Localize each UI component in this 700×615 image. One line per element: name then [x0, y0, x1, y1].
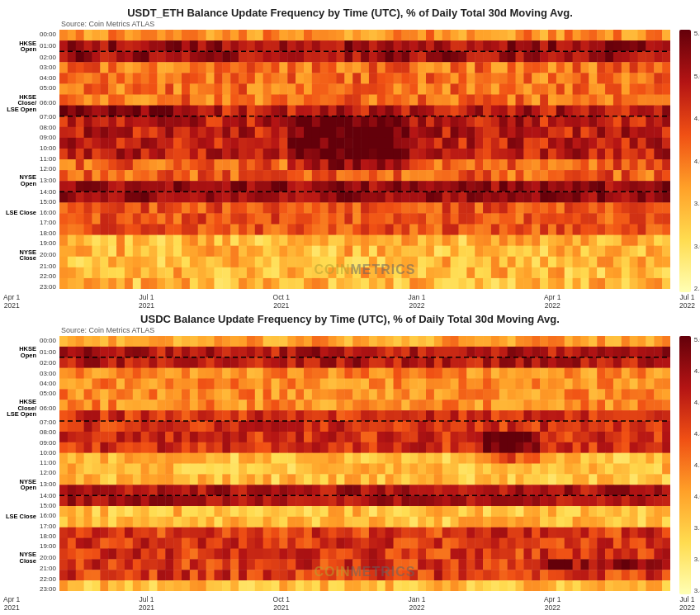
y-row: 07:00: [3, 418, 56, 428]
chart1-heatmap: COINMETRICS: [59, 30, 670, 292]
chart2-colorbar-gradient: [679, 336, 691, 594]
y-row: HKSE Close/ LSE Open06:00: [3, 399, 56, 418]
colorbar-label: 4.2%: [694, 461, 700, 469]
chart1-body: 00:00HKSE Open01:0002:0003:0004:0005:00H…: [3, 30, 697, 292]
y-row: 11:00: [3, 458, 56, 468]
x-label-year: 2021: [273, 301, 289, 310]
y-row: 19:00: [3, 239, 56, 249]
market-label: NYSE Close: [3, 249, 36, 262]
y-row: 18:00: [3, 532, 56, 542]
chart2-source: Source: Coin Metrics ATLAS: [61, 326, 697, 334]
x-label-date: Jul 1: [680, 595, 695, 603]
y-row: 04:00: [3, 73, 56, 84]
market-label: NYSE Open: [3, 479, 36, 491]
hour-label: 18:00: [40, 533, 56, 540]
hour-label: 22:00: [40, 576, 56, 583]
y-row: 21:00: [3, 262, 56, 272]
y-row: 23:00: [3, 584, 56, 594]
colorbar-label: 4.5%: [694, 115, 700, 122]
colorbar-label: 4.8%: [694, 367, 700, 375]
x-label-year: 2021: [139, 603, 154, 612]
y-row: 22:00: [3, 575, 56, 584]
colorbar-label: 5.5%: [694, 30, 700, 37]
hour-label: 16:00: [40, 513, 56, 519]
hour-label: 20:00: [40, 252, 56, 258]
x-label-group: Jul 12021: [139, 595, 154, 612]
hour-label: 04:00: [40, 381, 56, 387]
hour-label: 10:00: [40, 450, 56, 457]
market-label: HKSE Open: [3, 40, 36, 53]
chart1-colorbar-gradient: [679, 30, 691, 292]
x-label-year: 2021: [4, 603, 20, 612]
x-label-group: Apr 12021: [3, 293, 20, 310]
x-label-group: Jan 12022: [409, 293, 426, 310]
hour-label: 23:00: [40, 284, 56, 291]
hour-label: 07:00: [40, 419, 56, 426]
hour-label: 05:00: [40, 85, 56, 92]
hour-label: 17:00: [40, 220, 56, 226]
hour-label: 11:00: [40, 460, 56, 466]
chart2-body: 00:00HKSE Open01:0002:0003:0004:0005:00H…: [3, 336, 697, 594]
market-label: HKSE Open: [3, 346, 36, 358]
x-label-year: 2021: [273, 603, 289, 612]
colorbar-label: 5.0%: [694, 73, 700, 80]
x-label-group: Apr 12022: [544, 293, 560, 310]
x-label-date: Apr 1: [3, 595, 20, 603]
y-row: 03:00: [3, 63, 56, 73]
x-label-group: Jul 12021: [139, 293, 154, 310]
x-label-date: Apr 1: [544, 293, 560, 301]
hour-label: 08:00: [40, 125, 56, 131]
chart2-colorbar-labels: 5.0%4.8%4.6%4.4%4.2%4.0%3.8%3.6%3.4%: [694, 336, 700, 594]
y-row: 04:00: [3, 379, 56, 389]
hour-label: 01:00: [40, 349, 56, 356]
chart1-section: USDT_ETH Balance Update Frequency by Tim…: [3, 7, 697, 310]
x-label-date: Apr 1: [3, 293, 20, 301]
y-row: 14:00: [3, 187, 56, 197]
chart1-colorbar-wrap: 5.5%5.0%4.5%4.0%3.5%3.0%2.5%: [679, 30, 691, 292]
y-row: NYSE Open13:00: [3, 479, 56, 491]
colorbar-label: 3.0%: [694, 243, 700, 250]
hour-label: 22:00: [40, 273, 56, 280]
y-row: 08:00: [3, 123, 56, 134]
y-row: 07:00: [3, 112, 56, 123]
x-label-year: 2022: [545, 603, 560, 612]
y-row: 11:00: [3, 154, 56, 164]
y-row: 09:00: [3, 438, 56, 447]
colorbar-label: 4.4%: [694, 430, 700, 438]
y-row: 22:00: [3, 272, 56, 282]
y-row: NYSE Close20:00: [3, 551, 56, 564]
y-row: 02:00: [3, 53, 56, 64]
hour-label: 21:00: [40, 263, 56, 270]
hour-label: 16:00: [40, 210, 56, 216]
x-label-group: Jul 12022: [679, 293, 695, 310]
hour-label: 05:00: [40, 390, 56, 397]
y-row: 23:00: [3, 282, 56, 293]
x-label-year: 2022: [409, 301, 425, 310]
page-container: USDT_ETH Balance Update Frequency by Tim…: [0, 0, 700, 615]
chart1-source: Source: Coin Metrics ATLAS: [61, 20, 697, 28]
y-row: 02:00: [3, 358, 56, 368]
x-label-group: Apr 12022: [544, 595, 560, 612]
y-row: HKSE Close/ LSE Open06:00: [3, 94, 56, 113]
y-row: 15:00: [3, 197, 56, 208]
hour-label: 02:00: [40, 54, 56, 61]
chart2-colorbar: 5.0%4.8%4.6%4.4%4.2%4.0%3.8%3.6%3.4%: [670, 336, 697, 594]
market-label: HKSE Close/ LSE Open: [3, 94, 36, 113]
market-label: HKSE Close/ LSE Open: [3, 399, 36, 418]
y-row: 00:00: [3, 30, 56, 40]
x-label-year: 2022: [679, 301, 695, 310]
chart1-colorbar: 5.5%5.0%4.5%4.0%3.5%3.0%2.5%: [670, 30, 697, 292]
hour-label: 00:00: [40, 31, 56, 38]
chart2-y-axis: 00:00HKSE Open01:0002:0003:0004:0005:00H…: [3, 336, 59, 594]
y-row: 05:00: [3, 83, 56, 94]
colorbar-label: 4.0%: [694, 493, 700, 500]
x-label-year: 2021: [4, 301, 20, 310]
hour-label: 14:00: [40, 493, 56, 499]
hour-label: 14:00: [40, 189, 56, 196]
x-label-year: 2021: [139, 301, 154, 310]
hour-label: 02:00: [40, 360, 56, 367]
x-label-group: Oct 12021: [273, 293, 290, 310]
y-row: NYSE Open13:00: [3, 174, 56, 187]
chart2-colorbar-wrap: 5.0%4.8%4.6%4.4%4.2%4.0%3.8%3.6%3.4%: [679, 336, 691, 594]
hour-label: 10:00: [40, 145, 56, 152]
